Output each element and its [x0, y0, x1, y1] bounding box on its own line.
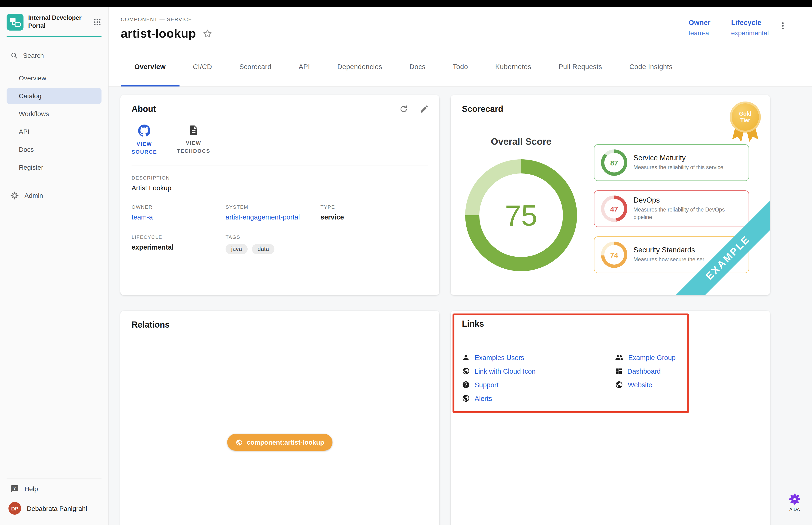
sidebar-item-overview[interactable]: Overview	[6, 70, 102, 86]
scorecard-title: Scorecard	[462, 104, 759, 114]
entity-meta: Owner team-a Lifecycle experimental	[688, 18, 769, 37]
tags-field: TAGS java data	[226, 234, 321, 254]
tab-todo[interactable]: Todo	[439, 48, 482, 87]
tab-dependencies[interactable]: Dependencies	[323, 48, 396, 87]
help-bubble-icon: ?	[10, 484, 19, 493]
sidebar-item-help[interactable]: ? Help	[0, 479, 108, 499]
overall-score-gauge: 75	[465, 159, 577, 271]
link-examples-users[interactable]: Examples Users	[462, 351, 615, 364]
sidebar-item-register[interactable]: Register	[6, 159, 102, 175]
link-dashboard[interactable]: Dashboard	[615, 364, 676, 378]
tab-pull-requests[interactable]: Pull Requests	[545, 48, 616, 87]
relations-card: Relations component:artist-lookup	[120, 311, 439, 525]
owner-link[interactable]: team-a	[132, 213, 226, 221]
edit-pencil-icon[interactable]	[419, 104, 429, 114]
page-title: artist-lookup	[121, 26, 196, 41]
links-column-right: Example Group Dashboard Website	[615, 351, 676, 405]
lifecycle-label: Lifecycle	[731, 18, 769, 26]
divider	[132, 165, 428, 165]
tab-cicd[interactable]: CI/CD	[179, 48, 226, 87]
relation-node-component-artist-lookup[interactable]: component:artist-lookup	[227, 434, 333, 451]
person-icon	[462, 354, 470, 361]
view-techdocs-button[interactable]: VIEWTECHDOCS	[177, 124, 211, 155]
owner-meta: Owner team-a	[688, 18, 710, 37]
top-black-bar	[0, 0, 812, 7]
link-link-with-cloud-icon[interactable]: Link with Cloud Icon	[462, 364, 615, 378]
sidebar-item-admin[interactable]: Admin	[0, 188, 108, 204]
entity-tabs: Overview CI/CD Scorecard API Dependencie…	[109, 48, 812, 87]
aida-flower-icon	[788, 493, 801, 505]
search-icon	[10, 51, 18, 59]
brand-title: Internal Developer Portal	[28, 14, 83, 30]
tag-chip[interactable]: data	[252, 244, 275, 254]
owner-field: OWNER team-a	[132, 204, 226, 221]
description-label: DESCRIPTION	[132, 175, 428, 180]
entity-header: COMPONENT — SERVICE artist-lookup Owner …	[109, 7, 812, 48]
sidebar-nav: Overview Catalog Workflows API Docs Regi…	[0, 70, 108, 175]
search-label: Search	[23, 52, 44, 59]
sidebar-search[interactable]: Search	[0, 47, 108, 63]
link-example-group[interactable]: Example Group	[615, 351, 676, 364]
screen: Internal Developer Portal Search Overvie…	[0, 0, 812, 525]
links-column-left: Examples Users Link with Cloud Icon Supp…	[462, 351, 615, 405]
gear-icon	[10, 191, 19, 200]
metric-gauge: 74	[601, 242, 627, 268]
owner-label: Owner	[688, 18, 710, 26]
metric-gauge: 87	[601, 149, 627, 176]
link-website[interactable]: Website	[615, 378, 676, 391]
link-support[interactable]: Support	[462, 378, 615, 391]
sidebar-item-docs[interactable]: Docs	[6, 141, 102, 158]
tab-overview[interactable]: Overview	[121, 48, 179, 87]
svg-text:?: ?	[13, 486, 16, 491]
tab-kubernetes[interactable]: Kubernetes	[482, 48, 545, 87]
lifecycle-meta: Lifecycle experimental	[731, 18, 769, 37]
sidebar-item-workflows[interactable]: Workflows	[6, 106, 102, 122]
sidebar: Internal Developer Portal Search Overvie…	[0, 7, 109, 525]
tab-docs[interactable]: Docs	[396, 48, 439, 87]
relations-title: Relations	[132, 320, 428, 330]
links-title: Links	[462, 319, 759, 329]
apps-grid-icon[interactable]	[93, 18, 102, 26]
brand-divider	[6, 36, 102, 37]
description-value: Artist Lookup	[132, 184, 428, 192]
owner-value-link[interactable]: team-a	[688, 29, 710, 37]
lifecycle-value: experimental	[731, 29, 769, 37]
globe-icon	[462, 394, 470, 402]
overall-score-label: Overall Score	[465, 136, 578, 147]
view-source-button[interactable]: VIEWSOURCE	[132, 124, 157, 155]
globe-icon	[235, 439, 243, 446]
main-area: COMPONENT — SERVICE artist-lookup Owner …	[109, 7, 812, 525]
people-icon	[615, 353, 624, 362]
tag-chip[interactable]: java	[226, 244, 248, 254]
link-alerts[interactable]: Alerts	[462, 391, 615, 405]
refresh-icon[interactable]	[399, 104, 408, 114]
tab-scorecard[interactable]: Scorecard	[226, 48, 285, 87]
metric-service-maturity[interactable]: 87 Service Maturity Measures the reliabi…	[594, 144, 749, 181]
star-favorite-icon[interactable]	[202, 29, 212, 39]
aida-widget[interactable]: AIDA	[788, 493, 801, 512]
system-link[interactable]: artist-engagement-portal	[226, 213, 321, 221]
globe-icon	[615, 381, 623, 389]
admin-label: Admin	[25, 192, 43, 199]
system-field: SYSTEM artist-engagement-portal	[226, 204, 321, 221]
dashboard-icon	[615, 367, 623, 375]
avatar: DP	[9, 502, 21, 515]
aida-label: AIDA	[790, 507, 800, 512]
portal-logo-icon	[6, 14, 24, 31]
kebab-menu-icon[interactable]	[778, 21, 787, 31]
tab-code-insights[interactable]: Code Insights	[616, 48, 686, 87]
type-field: TYPE service	[321, 204, 428, 221]
sidebar-item-catalog[interactable]: Catalog	[6, 88, 102, 104]
sidebar-bottom: ? Help DP Debabrata Panigrahi	[0, 478, 108, 525]
metric-devops[interactable]: 47 DevOps Measures the reliability of th…	[594, 190, 749, 227]
brand: Internal Developer Portal	[0, 7, 108, 35]
overall-score-value: 75	[505, 198, 537, 232]
links-card: Links Examples Users Link with Cloud Ico…	[451, 311, 770, 525]
overview-content: About	[109, 87, 812, 525]
lifecycle-field: LIFECYCLE experimental	[132, 234, 226, 254]
user-profile[interactable]: DP Debabrata Panigrahi	[0, 499, 108, 525]
sidebar-item-api[interactable]: API	[6, 124, 102, 139]
scorecard-card: Scorecard Gold Tier Overall Score 75	[451, 95, 770, 295]
gold-tier-badge: Gold Tier	[730, 102, 761, 145]
tab-api[interactable]: API	[285, 48, 323, 87]
